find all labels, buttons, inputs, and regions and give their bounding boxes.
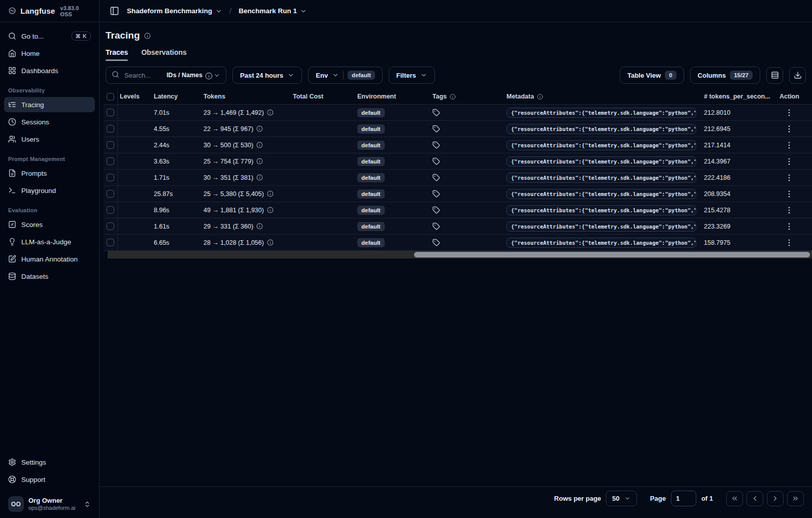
info-icon[interactable] [256,158,263,165]
sidebar-item-prompts[interactable]: Prompts [4,166,95,181]
table-view-button[interactable]: Table View 0 [620,67,684,84]
kebab-menu-icon[interactable] [785,189,794,199]
tag-icon[interactable] [432,206,440,214]
tag-icon[interactable] [432,109,440,116]
kebab-menu-icon[interactable] [785,238,794,247]
sidebar-item-datasets[interactable]: Datasets [4,269,95,284]
info-icon[interactable] [256,223,263,230]
table-row[interactable]: 6.65s28 → 1,028 (Σ 1,056)default{"resour… [104,235,812,251]
row-checkbox[interactable] [107,157,114,165]
filters-button[interactable]: Filters [389,67,435,84]
search-input[interactable] [123,71,162,80]
table-row[interactable]: 25.87s25 → 5,380 (Σ 5,405)default{"resou… [104,186,812,202]
sidebar-item-settings[interactable]: Settings [4,455,95,470]
tag-icon[interactable] [432,239,440,246]
info-icon[interactable] [144,33,151,39]
page-number-input[interactable] [671,491,696,506]
tag-icon[interactable] [432,157,440,165]
info-icon[interactable] [267,190,274,197]
row-checkbox[interactable] [107,125,114,133]
breadcrumb-project[interactable]: Shadeform Benchmarking [127,7,222,15]
table-row[interactable]: 1.71s30 → 351 (Σ 381)default{"resourceAt… [104,170,812,186]
table-row[interactable]: 8.96s49 → 1,881 (Σ 1,930)default{"resour… [104,202,812,218]
kebab-menu-icon[interactable] [785,157,794,166]
metadata-preview[interactable]: {"resourceAttributes":{"telemetry.sdk.la… [506,108,696,118]
sidebar-item-human-annotation[interactable]: Human Annotation [4,251,95,267]
metadata-preview[interactable]: {"resourceAttributes":{"telemetry.sdk.la… [506,189,696,199]
tag-icon[interactable] [432,125,440,133]
kebab-menu-icon[interactable] [785,206,794,215]
info-icon[interactable] [256,125,263,132]
goto-button[interactable]: Go to... ⌘ K [4,28,95,44]
metadata-preview[interactable]: {"resourceAttributes":{"telemetry.sdk.la… [506,156,696,167]
kebab-menu-icon[interactable] [785,141,794,150]
tab-traces[interactable]: Traces [106,48,128,61]
kebab-menu-icon[interactable] [785,124,794,134]
row-checkbox[interactable] [107,239,114,246]
environment-cell: default [355,222,430,231]
row-checkbox[interactable] [107,141,114,149]
sidebar-item-users[interactable]: Users [4,132,95,147]
breadcrumb-run[interactable]: Benchmark Run 1 [239,7,307,15]
horizontal-scrollbar-thumb[interactable] [414,252,810,257]
info-icon[interactable] [450,93,456,100]
export-button[interactable] [789,67,806,84]
environment-cell: default [355,206,430,215]
sidebar-item-llm-as-a-judge[interactable]: LLM-as-a-Judge [4,234,95,249]
row-select-cell [104,105,118,120]
kebab-menu-icon[interactable] [785,173,794,182]
search-box: IDs / Names [106,67,226,84]
table-row[interactable]: 2.44s30 → 500 (Σ 530)default{"resourceAt… [104,137,812,153]
user-account-button[interactable]: OO Org Owner ops@shadeform.ai [4,491,95,518]
sidebar-item-scores[interactable]: Scores [4,217,95,232]
metadata-preview[interactable]: {"resourceAttributes":{"telemetry.sdk.la… [506,221,696,232]
tag-icon[interactable] [432,141,440,149]
table-row[interactable]: 1.61s29 → 331 (Σ 360)default{"resourceAt… [104,218,812,235]
table-row[interactable]: 4.55s22 → 945 (Σ 967)default{"resourceAt… [104,121,812,137]
chevron-down-icon [332,72,339,79]
metadata-preview[interactable]: {"resourceAttributes":{"telemetry.sdk.la… [506,205,696,215]
tag-icon[interactable] [432,222,440,230]
sidebar-item-playground[interactable]: Playground [4,183,95,198]
info-icon[interactable] [537,93,543,100]
info-icon[interactable] [256,142,263,148]
environment-filter-button[interactable]: Env default [308,67,383,84]
row-checkbox[interactable] [107,222,114,230]
row-checkbox[interactable] [107,190,114,198]
tab-observations[interactable]: Observations [141,48,186,61]
metadata-preview[interactable]: {"resourceAttributes":{"telemetry.sdk.la… [506,238,696,248]
kebab-menu-icon[interactable] [785,108,794,117]
sidebar-item-tracing[interactable]: Tracing [4,97,95,112]
tags-cell [430,141,504,149]
row-checkbox[interactable] [107,206,114,214]
tag-icon[interactable] [432,174,440,181]
metadata-preview[interactable]: {"resourceAttributes":{"telemetry.sdk.la… [506,173,696,183]
kebab-menu-icon[interactable] [785,222,794,231]
table-row[interactable]: 3.63s25 → 754 (Σ 779)default{"resourceAt… [104,153,812,170]
tag-icon[interactable] [432,190,440,198]
time-range-button[interactable]: Past 24 hours [232,67,302,84]
row-height-button[interactable] [766,67,783,84]
info-icon[interactable] [267,239,274,246]
sidebar-toggle-button[interactable] [108,5,121,18]
info-icon[interactable] [256,174,263,181]
sidebar-item-sessions[interactable]: Sessions [4,114,95,130]
sidebar-item-home[interactable]: Home [4,46,95,61]
next-page-button[interactable] [767,491,784,506]
last-page-button[interactable] [787,491,804,506]
rows-per-page-select[interactable]: 50 [606,491,636,506]
first-page-button[interactable] [726,491,743,506]
columns-button[interactable]: Columns 15/27 [690,67,760,84]
metadata-preview[interactable]: {"resourceAttributes":{"telemetry.sdk.la… [506,124,696,134]
row-checkbox[interactable] [107,174,114,181]
row-checkbox[interactable] [107,109,114,116]
previous-page-button[interactable] [747,491,763,506]
sidebar-item-dashboards[interactable]: Dashboards [4,63,95,78]
sidebar-item-support[interactable]: Support [4,472,95,487]
metadata-preview[interactable]: {"resourceAttributes":{"telemetry.sdk.la… [506,140,696,150]
table-row[interactable]: 7.01s23 → 1,469 (Σ 1,492)default{"resour… [104,105,812,121]
info-icon[interactable] [267,109,274,116]
info-icon[interactable] [267,207,274,213]
search-mode-dropdown[interactable]: IDs / Names [166,72,220,79]
select-all-checkbox[interactable] [107,93,114,101]
